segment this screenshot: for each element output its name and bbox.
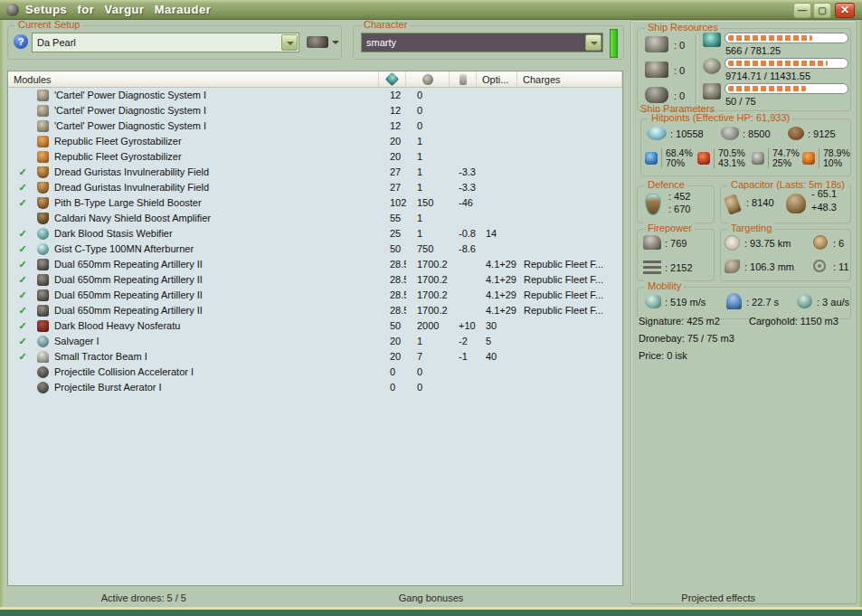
charge-value xyxy=(517,318,622,334)
optimal-value xyxy=(477,134,517,149)
stats-panel: Ship Resources : 0 : 0 : 0 566 / 781.25 … xyxy=(630,20,857,604)
cpu-value: 28.5 xyxy=(379,303,406,318)
webifier-icon xyxy=(37,228,49,240)
gyrostabilizer-icon xyxy=(37,151,49,163)
resources-divider xyxy=(696,34,697,105)
table-row[interactable]: Republic Fleet Gyrostabilizer201 xyxy=(8,149,622,165)
modules-list[interactable]: Modules Opti... Charges 'Cartel' Power D… xyxy=(7,71,623,586)
table-row[interactable]: ✓Dual 650mm Repeating Artillery II28.517… xyxy=(8,257,622,272)
module-rows: 'Cartel' Power Diagnostic System I120'Ca… xyxy=(8,88,622,395)
capacitor-drain-value: - 65.1 xyxy=(811,188,837,199)
module-name: Caldari Navy Shield Boost Amplifier xyxy=(54,211,211,226)
column-powergrid[interactable] xyxy=(406,71,450,87)
table-row[interactable]: ✓Dark Blood Heavy Nosferatu502000+1030 xyxy=(8,318,622,334)
warp-speed-icon xyxy=(797,294,812,308)
table-row[interactable]: ✓Pith B-Type Large Shield Booster102150-… xyxy=(8,195,622,211)
minimize-button[interactable]: — xyxy=(793,3,811,18)
charge-value xyxy=(517,349,622,365)
powergrid-value: 150 xyxy=(406,195,450,211)
powergrid-value: 1700.2 xyxy=(406,303,450,318)
powergrid-value: 1 xyxy=(406,149,450,165)
thermal-resist-armor: 43.1% xyxy=(718,157,745,168)
active-check-icon: ✓ xyxy=(16,334,29,349)
active-drones-label[interactable]: Active drones: 5 / 5 xyxy=(0,589,288,608)
powergrid-value: 1 xyxy=(406,165,450,180)
help-icon[interactable]: ? xyxy=(14,34,28,49)
cpu-value: 28.5 xyxy=(379,272,406,288)
cap-value: -2 xyxy=(450,334,477,349)
explosive-resist-armor: 10% xyxy=(823,157,842,168)
active-check-icon: ✓ xyxy=(16,288,29,303)
table-row[interactable]: ✓Dark Blood Stasis Webifier251-0.814 xyxy=(8,226,622,242)
table-row[interactable]: 'Cartel' Power Diagnostic System I120 xyxy=(8,118,622,134)
charge-value: Republic Fleet F... xyxy=(517,272,622,288)
column-cpu[interactable] xyxy=(379,71,406,87)
tools-dropdown-arrow-icon[interactable] xyxy=(332,41,339,48)
optimal-value: 5 xyxy=(477,334,517,349)
kinetic-resist-icon xyxy=(752,152,764,165)
character-combobox[interactable]: smarty xyxy=(361,33,603,52)
module-name: Republic Fleet Gyrostabilizer xyxy=(54,134,182,149)
table-row[interactable]: 'Cartel' Power Diagnostic System I120 xyxy=(8,103,622,118)
powergrid-value: 0 xyxy=(406,380,450,395)
column-optimal[interactable]: Opti... xyxy=(477,71,517,87)
table-row[interactable]: ✓Dual 650mm Repeating Artillery II28.517… xyxy=(8,303,622,318)
firepower-group: Firepower : 769 : 2152 xyxy=(637,229,715,281)
module-name: Salvager I xyxy=(54,334,99,349)
table-row[interactable]: ✓Dual 650mm Repeating Artillery II28.517… xyxy=(8,288,622,303)
table-row[interactable]: ✓Salvager I201-25 xyxy=(8,334,622,349)
em-resist-armor: 70% xyxy=(666,157,685,168)
table-row[interactable]: ✓Small Tractor Beam I207-140 xyxy=(8,349,622,365)
invuln-field-icon xyxy=(37,182,49,194)
table-row[interactable]: Republic Fleet Gyrostabilizer201 xyxy=(8,134,622,149)
cpu-value: 55 xyxy=(379,211,406,226)
cpu-value: 28.5 xyxy=(379,257,406,272)
table-row[interactable]: 'Cartel' Power Diagnostic System I120 xyxy=(8,88,622,103)
thermal-resist: 70.5% 43.1% xyxy=(697,148,745,168)
column-modules[interactable]: Modules xyxy=(8,71,379,87)
cpu-value: 0 xyxy=(379,380,406,395)
dps-value: : 2152 xyxy=(665,262,693,273)
powergrid-usage-value: 9714.71 / 11431.55 xyxy=(725,71,810,81)
projected-effects-label[interactable]: Projected effects xyxy=(574,589,862,608)
shield-hp-value: : 10558 xyxy=(670,128,704,139)
targeting-label: Targeting xyxy=(728,223,774,233)
module-name: Dark Blood Stasis Webifier xyxy=(54,226,173,242)
table-row[interactable]: ✓Dual 650mm Repeating Artillery II28.517… xyxy=(8,272,622,288)
table-row[interactable]: ✓Dread Guristas Invulnerability Field271… xyxy=(8,180,622,195)
optimal-value xyxy=(477,365,517,380)
rig-icon xyxy=(37,382,49,393)
dps-icon xyxy=(643,261,661,274)
table-row[interactable]: ✓Gist C-Type 100MN Afterburner50750-8.6 xyxy=(8,242,622,257)
table-row[interactable]: Projectile Collision Accelerator I00 xyxy=(8,365,622,380)
thermal-resist-icon xyxy=(697,152,710,165)
gang-bonuses-label[interactable]: Gang bonuses xyxy=(288,589,575,608)
close-button[interactable]: ✕ xyxy=(835,3,855,18)
table-row[interactable]: ✓Dread Guristas Invulnerability Field271… xyxy=(8,165,622,180)
cap-value xyxy=(450,134,477,149)
character-combobox-arrow-icon[interactable] xyxy=(585,34,602,51)
title-bar[interactable]: Setups for Vargur Marauder — ▢ ✕ xyxy=(0,0,862,20)
em-resist: 68.4% 70% xyxy=(645,148,693,168)
active-check-icon: ✓ xyxy=(16,242,29,257)
dronebay-value: Dronebay: 75 / 75 m3 xyxy=(639,333,734,344)
column-cap[interactable] xyxy=(450,71,477,87)
optimal-value: 40 xyxy=(477,349,517,365)
cap-value: -0.8 xyxy=(450,226,477,242)
table-row[interactable]: Projectile Burst Aerator I00 xyxy=(8,380,622,395)
module-name: Pith B-Type Large Shield Booster xyxy=(54,195,202,211)
capacitor-icon xyxy=(459,74,467,85)
targeting-range-value: : 93.75 km xyxy=(744,238,791,249)
charge-value xyxy=(517,242,622,257)
cpu-value: 25 xyxy=(379,226,406,242)
speed-icon xyxy=(645,295,661,308)
column-charges[interactable]: Charges xyxy=(517,71,622,87)
maximize-button[interactable]: ▢ xyxy=(813,3,831,18)
charge-value xyxy=(517,165,622,180)
cap-value xyxy=(450,149,477,165)
setup-combobox-arrow-icon[interactable] xyxy=(281,34,298,51)
tools-icon[interactable] xyxy=(307,36,328,48)
setup-combobox[interactable]: Da Pearl xyxy=(32,33,299,52)
table-row[interactable]: Caldari Navy Shield Boost Amplifier551 xyxy=(8,211,622,226)
powergrid-value: 0 xyxy=(406,88,450,103)
